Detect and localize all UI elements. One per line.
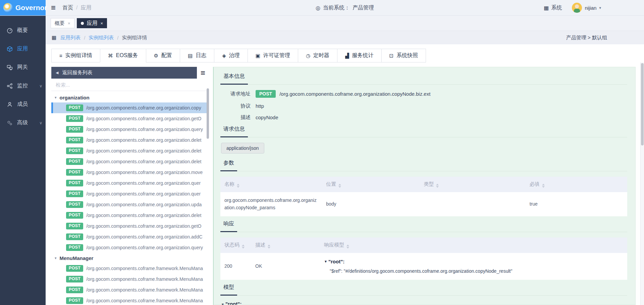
window-scrollbar[interactable] xyxy=(640,62,644,305)
tab-governance[interactable]: ◈ 治理 xyxy=(214,49,248,62)
method-badge: POST xyxy=(66,244,83,251)
tab-service-stats[interactable]: ▟ 服务统计 xyxy=(337,49,382,62)
tab-logs[interactable]: ▤ 日志 xyxy=(180,49,214,62)
chevron-down-icon: ▾ xyxy=(599,6,601,10)
method-badge: POST xyxy=(66,223,83,229)
sidebar-item-monitoring[interactable]: 监控 ∨ xyxy=(0,77,46,95)
panel-toggle-icon[interactable]: ≡ xyxy=(197,67,209,79)
sidebar-item-members[interactable]: 成员 xyxy=(0,95,46,114)
model-ref: "$ref": "#/definitions/org.gocom.compone… xyxy=(330,268,623,275)
close-icon[interactable]: × xyxy=(68,21,70,26)
tab-eos-services[interactable]: ⌘ EOS服务 xyxy=(100,49,146,62)
service-list-item[interactable]: POST /org.gocom.components.coframe.org.o… xyxy=(51,188,209,199)
service-list-item[interactable]: POST /org.gocom.components.coframe.org.o… xyxy=(51,156,209,167)
tab-overview[interactable]: 概要 × xyxy=(51,18,74,28)
service-list-item[interactable]: POST /org.gocom.components.coframe.frame… xyxy=(51,285,209,295)
section-request-info: 请求信息 xyxy=(220,126,248,137)
breadcrumb-instance-group-list[interactable]: 实例组列表 xyxy=(89,35,114,41)
system-menu-button[interactable]: ▦ 系统 xyxy=(544,4,562,11)
tab-applications[interactable]: 应用 × xyxy=(77,18,107,28)
service-list-item[interactable]: POST /org.gocom.components.coframe.org.o… xyxy=(51,102,209,113)
section-response: 响应 xyxy=(220,220,237,232)
tab-instance-group-detail[interactable]: ≡ 实例组详情 xyxy=(51,49,100,62)
col-type[interactable]: 类型 xyxy=(420,177,525,192)
service-list-item[interactable]: POST /org.gocom.components.coframe.org.o… xyxy=(51,124,209,135)
service-path: /org.gocom.components.coframe.org.organi… xyxy=(86,148,207,154)
tab-timer[interactable]: ◷ 定时器 xyxy=(298,49,337,62)
col-name[interactable]: 名称 xyxy=(220,177,322,192)
user-menu-button[interactable]: nijian ▾ xyxy=(572,3,601,13)
sort-icon xyxy=(268,245,270,249)
method-badge: POST xyxy=(66,104,83,111)
method-badge: POST xyxy=(66,190,83,197)
collapse-caret-icon[interactable]: ▼ xyxy=(221,302,225,305)
timer-icon: ◷ xyxy=(306,53,310,58)
breadcrumb: ▦ 应用列表 / 实例组列表 / 实例组详情 产品管理 > 默认组 xyxy=(46,31,644,44)
collapse-caret-icon[interactable]: ▼ xyxy=(324,259,327,264)
method-badge: POST xyxy=(66,147,83,154)
sidebar-item-label: 概要 xyxy=(17,27,28,34)
tree-group-menumanager[interactable]: ▾ MenuManager xyxy=(51,253,209,263)
tab-system-snapshot[interactable]: ⊡ 系统快照 xyxy=(381,49,426,62)
tab-config[interactable]: ⚙ 配置 xyxy=(146,49,180,62)
top-right-menu: ▦ 系统 nijian ▾ xyxy=(544,3,637,13)
col-status[interactable]: 状态码 xyxy=(220,237,251,253)
service-path: /org.gocom.components.coframe.org.organi… xyxy=(86,137,207,143)
col-required[interactable]: 必填 xyxy=(526,177,627,192)
gear-icon: ⚙ xyxy=(154,53,158,58)
sort-icon xyxy=(436,184,439,188)
service-list-item[interactable]: POST /org.gocom.components.coframe.org.o… xyxy=(51,210,209,221)
service-list-item[interactable]: POST /org.gocom.components.coframe.org.o… xyxy=(51,145,209,156)
service-list-item[interactable]: POST /org.gocom.components.coframe.org.o… xyxy=(51,242,209,253)
service-list-item[interactable]: POST /org.gocom.components.coframe.org.o… xyxy=(51,178,209,188)
col-location[interactable]: 位置 xyxy=(322,177,420,192)
col-response-model[interactable]: 响应模型 xyxy=(320,237,627,253)
close-icon[interactable]: × xyxy=(101,21,103,26)
service-list-item[interactable]: POST /org.gocom.components.coframe.frame… xyxy=(51,263,209,274)
service-list-item[interactable]: POST /org.gocom.components.coframe.org.o… xyxy=(51,113,209,124)
sidebar-item-applications[interactable]: 应用 xyxy=(0,40,46,58)
sidebar-item-gateway[interactable]: 网关 xyxy=(0,58,46,77)
service-list-item[interactable]: POST /org.gocom.components.coframe.org.o… xyxy=(51,231,209,242)
content-type-button[interactable]: application/json xyxy=(221,143,264,154)
logo-text: Governor xyxy=(15,4,47,12)
col-desc[interactable]: 描述 xyxy=(251,237,320,253)
service-list-item[interactable]: POST /org.gocom.components.coframe.org.o… xyxy=(51,221,209,231)
tree-caret-icon: ▾ xyxy=(55,95,57,100)
service-list-panel: ◀ 返回服务列表 ≡ ▾ organization POST /org.goc xyxy=(51,67,209,305)
tree-group-organization[interactable]: ▾ organization xyxy=(51,92,209,102)
sidebar-item-advanced[interactable]: 高级 ∨ xyxy=(0,114,46,132)
service-list-item[interactable]: POST /org.gocom.components.coframe.frame… xyxy=(51,274,209,285)
service-list-item[interactable]: POST /org.gocom.components.coframe.frame… xyxy=(51,295,209,305)
service-path: /org.gocom.components.coframe.org.organi… xyxy=(86,180,207,186)
sidebar-collapse-icon[interactable]: ≡ xyxy=(51,4,56,12)
method-badge: POST xyxy=(66,276,83,282)
breadcrumb-section[interactable]: 应用 xyxy=(80,4,91,11)
list-scrollbar-thumb[interactable] xyxy=(207,88,209,139)
sidebar-item-overview[interactable]: 概要 xyxy=(0,21,46,40)
sidebar-item-label: 成员 xyxy=(17,101,28,108)
group-label: MenuManager xyxy=(60,255,94,261)
tab-label: 系统快照 xyxy=(396,52,418,59)
list-icon: ≡ xyxy=(59,53,62,58)
service-list-item[interactable]: POST /org.gocom.components.coframe.org.o… xyxy=(51,199,209,210)
breadcrumb-app-list[interactable]: 应用列表 xyxy=(60,35,80,41)
window-scrollbar-thumb[interactable] xyxy=(641,63,644,145)
service-list-item[interactable]: POST /org.gocom.components.coframe.org.o… xyxy=(51,167,209,178)
method-badge: POST xyxy=(256,90,276,98)
method-badge: POST xyxy=(66,265,83,272)
gateway-icon xyxy=(7,64,13,71)
tab-license-management[interactable]: ▣ 许可证管理 xyxy=(248,49,298,62)
request-url-value: /org.gocom.components.coframe.org.organi… xyxy=(279,91,430,97)
username: nijian xyxy=(585,5,596,11)
tab-label: 日志 xyxy=(196,52,206,59)
tab-label: 配置 xyxy=(161,52,172,59)
breadcrumb-home[interactable]: 首页 xyxy=(62,4,73,11)
service-list-item[interactable]: POST /org.gocom.components.coframe.org.o… xyxy=(51,135,209,145)
section-params: 参数 xyxy=(220,160,237,171)
top-bar: Governor ≡ 首页 / 应用 ◎ 当前系统： 产品管理 ▦ 系统 nij… xyxy=(0,0,644,16)
section-model: 模型 xyxy=(220,284,237,296)
tab-label: 实例组详情 xyxy=(65,52,92,59)
back-to-service-list-button[interactable]: ◀ 返回服务列表 xyxy=(51,67,197,79)
search-input[interactable] xyxy=(56,82,205,88)
